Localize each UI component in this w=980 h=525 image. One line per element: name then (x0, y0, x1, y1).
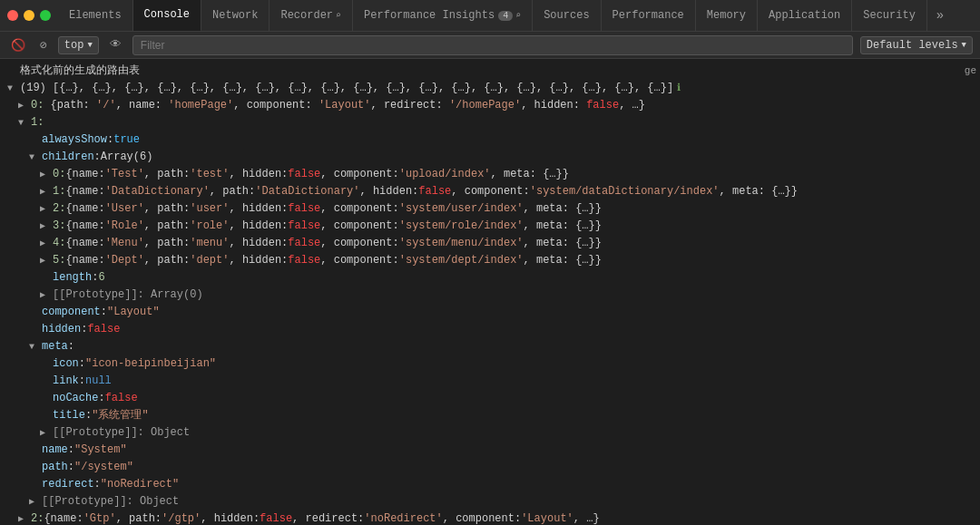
toggle-arrow[interactable]: ▶ (40, 236, 53, 251)
list-item: ▶ [[Prototype]]: Object (0, 493, 980, 510)
toggle-arrow[interactable] (7, 81, 20, 96)
toggle-arrow[interactable]: ▶ (18, 98, 31, 113)
prop-value: Array(6) (101, 150, 153, 165)
prop-key: noCache (53, 391, 98, 406)
tab-sources-label: Sources (544, 9, 589, 22)
list-item: ▶ 5: {name: 'Dept', path: 'dept', hidden… (0, 252, 980, 269)
list-item: ▶ 4: {name: 'Menu', path: 'menu', hidden… (0, 235, 980, 252)
toggle-arrow[interactable]: ▶ (18, 511, 31, 525)
toggle-arrow[interactable]: ▶ (40, 219, 53, 234)
toggle-arrow[interactable]: ▶ (29, 494, 42, 510)
prototype-label: [[Prototype]]: Object (42, 494, 179, 510)
stop-button[interactable]: ⊘ (36, 36, 51, 54)
list-item: (19) [{…}, {…}, {…}, {…}, {…}, {…}, {…},… (0, 80, 980, 97)
list-item: path: "/system" (0, 459, 980, 476)
tab-security[interactable]: Security (852, 0, 927, 32)
tab-performance-label: Performance (612, 9, 684, 22)
prop-key: title (53, 408, 85, 423)
prop-value: "icon-beipinbeijian" (85, 356, 216, 372)
toggle-arrow[interactable]: ▶ (40, 425, 53, 441)
filter-input[interactable] (132, 35, 853, 55)
prop-value: "/system" (74, 460, 133, 475)
tab-elements[interactable]: Elements (58, 0, 133, 32)
tab-network[interactable]: Network (201, 0, 270, 32)
toggle-arrow[interactable]: ▶ (40, 167, 53, 182)
maximize-button[interactable] (40, 10, 51, 21)
prototype-label: [[Prototype]]: Object (53, 425, 190, 441)
prop-key: name (42, 442, 68, 458)
list-item: link: null (0, 373, 980, 390)
prop-key: path (42, 460, 68, 475)
prop-value: false (105, 391, 138, 406)
prop-value: "System" (74, 442, 127, 458)
prop-value: true (113, 132, 140, 148)
list-item: ▶ 1: {name: 'DataDictionary', path: 'Dat… (0, 183, 980, 200)
list-item: 格式化前的生成的路由表 ge (0, 63, 980, 80)
list-item: ▶ 2: {name: 'User', path: 'user', hidden… (0, 200, 980, 218)
list-item: ▶ 0: {path: '/', name: 'homePage', compo… (0, 97, 980, 114)
row-index: 4: (53, 236, 65, 251)
context-selector[interactable]: top ▼ (58, 36, 99, 54)
array-summary: (19) [{…}, {…}, {…}, {…}, {…}, {…}, {…},… (20, 81, 673, 96)
toggle-arrow[interactable]: ▼ (29, 150, 42, 165)
tab-recorder-label: Recorder (280, 9, 333, 22)
filter-bar: 🚫 ⊘ top ▼ 👁 Default levels ▼ (0, 32, 980, 59)
prop-value: "Layout" (107, 305, 160, 320)
tab-memory[interactable]: Memory (696, 0, 758, 32)
tab-network-label: Network (212, 9, 258, 22)
tab-performance-insights[interactable]: Performance Insights 4 ⌕ (353, 0, 533, 32)
prop-value: "noRedirect" (101, 477, 179, 492)
row-index: 1: (53, 184, 65, 199)
source-link[interactable]: ge (957, 63, 976, 79)
list-item: ▶ 3: {name: 'Role', path: 'role', hidden… (0, 218, 980, 235)
tab-performance-insights-label: Performance Insights (364, 9, 495, 22)
devtools-window: Elements Console Network Recorder ⌕ Perf… (0, 0, 980, 525)
toggle-arrow[interactable]: ▼ (29, 339, 42, 355)
prop-key: link (53, 374, 79, 389)
row-content: 0: {path: '/', name: 'homePage', compone… (31, 98, 645, 113)
row-index: 0: (53, 167, 65, 182)
prop-value: false (87, 322, 120, 337)
clear-console-button[interactable]: 🚫 (7, 36, 29, 54)
console-output: 格式化前的生成的路由表 ge (19) [{…}, {…}, {…}, {…},… (0, 59, 980, 525)
row-index: 5: (53, 253, 65, 268)
prototype-label: [[Prototype]]: Array(0) (53, 287, 203, 303)
list-item: ▶ 2: {name: 'Gtp', path: '/gtp', hidden:… (0, 510, 980, 525)
prop-value: "系统管理" (92, 408, 148, 423)
close-button[interactable] (7, 10, 18, 21)
prop-key: alwaysShow (42, 132, 107, 148)
tab-performance[interactable]: Performance (602, 0, 696, 32)
tab-application[interactable]: Application (758, 0, 852, 32)
prop-value: 6 (98, 270, 104, 286)
eye-icon[interactable]: 👁 (106, 36, 125, 53)
tab-console[interactable]: Console (133, 0, 201, 32)
list-item: ▶ [[Prototype]]: Array(0) (0, 287, 980, 304)
tab-recorder[interactable]: Recorder ⌕ (270, 0, 353, 32)
tab-bar: Elements Console Network Recorder ⌕ Perf… (0, 0, 980, 32)
performance-insights-badge: 4 (498, 11, 513, 21)
toggle-arrow[interactable]: ▼ (18, 115, 31, 131)
list-item: alwaysShow: true (0, 131, 980, 149)
recorder-icon: ⌕ (336, 10, 341, 21)
toggle-arrow[interactable]: ▶ (40, 253, 53, 268)
tab-elements-label: Elements (69, 9, 122, 22)
tab-sources[interactable]: Sources (533, 0, 601, 32)
window-controls (0, 10, 58, 21)
toggle-arrow[interactable]: ▶ (40, 201, 53, 217)
list-item: title: "系统管理" (0, 407, 980, 424)
prop-key: meta (42, 339, 68, 355)
list-item: length: 6 (0, 269, 980, 287)
toggle-arrow[interactable]: ▶ (40, 184, 53, 199)
default-levels-button[interactable]: Default levels ▼ (860, 36, 973, 54)
prop-key: length (53, 270, 92, 286)
toggle-arrow[interactable]: ▶ (40, 287, 53, 303)
minimize-button[interactable] (24, 10, 34, 21)
console-heading: 格式化前的生成的路由表 (20, 63, 140, 79)
tab-console-label: Console (144, 8, 190, 21)
more-tabs-button[interactable]: » (927, 8, 953, 23)
context-value: top (64, 39, 84, 52)
tab-memory-label: Memory (707, 9, 746, 22)
list-item: ▶ [[Prototype]]: Object (0, 424, 980, 442)
row-index: 2: (53, 201, 65, 217)
info-icon: ℹ (677, 81, 681, 96)
